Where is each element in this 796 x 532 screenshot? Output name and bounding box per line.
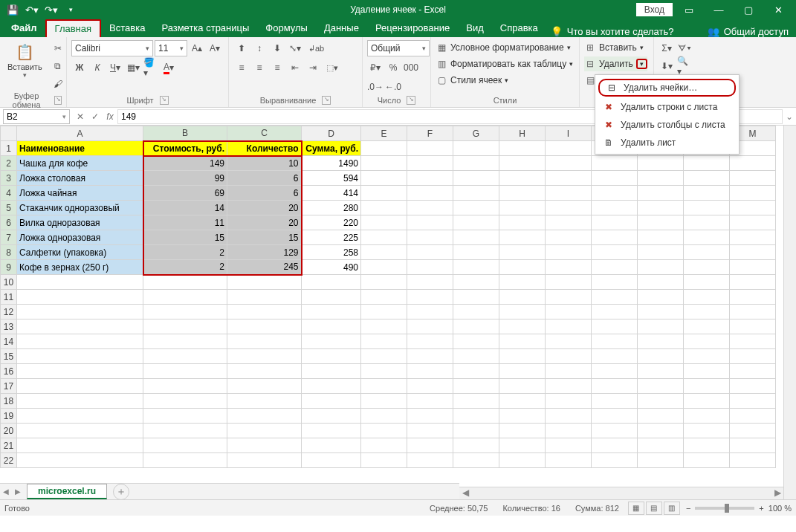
cell-K9[interactable]: [638, 260, 684, 275]
formula-expand-icon[interactable]: ⌄: [783, 111, 796, 122]
autosum-icon[interactable]: Σ▾: [659, 40, 675, 56]
underline-icon[interactable]: Ч▾: [107, 59, 123, 76]
cell-I16[interactable]: [546, 364, 592, 379]
cell-H2[interactable]: [499, 156, 546, 171]
cell-M7[interactable]: [730, 230, 776, 245]
cell-I6[interactable]: [546, 215, 592, 230]
cell-F18[interactable]: [407, 394, 453, 409]
cell-H4[interactable]: [499, 186, 546, 201]
cell-M9[interactable]: [730, 260, 776, 275]
row-header-1[interactable]: 1: [1, 141, 17, 156]
cell-J4[interactable]: [592, 186, 638, 201]
cell-G11[interactable]: [453, 290, 499, 305]
view-page-layout-icon[interactable]: ▤: [646, 502, 662, 515]
cell-B15[interactable]: [143, 349, 227, 364]
cell-L10[interactable]: [684, 275, 730, 290]
cell-I15[interactable]: [546, 349, 592, 364]
col-header-F[interactable]: F: [407, 126, 453, 141]
cell-E13[interactable]: [361, 319, 407, 334]
cell-D13[interactable]: [302, 319, 361, 334]
cell-E8[interactable]: [361, 245, 407, 260]
cell-H13[interactable]: [499, 319, 546, 334]
col-header-A[interactable]: A: [17, 126, 143, 141]
cell-F13[interactable]: [407, 319, 453, 334]
cell-A2[interactable]: Чашка для кофе: [17, 156, 143, 171]
cell-F1[interactable]: [407, 141, 453, 156]
cell-C18[interactable]: [227, 394, 302, 409]
cell-M13[interactable]: [730, 319, 776, 334]
row-header-17[interactable]: 17: [1, 379, 17, 394]
cell-A9[interactable]: Кофе в зернах (250 г): [17, 260, 143, 275]
cell-C2[interactable]: 10: [227, 156, 302, 171]
cell-E19[interactable]: [361, 409, 407, 424]
cell-D3[interactable]: 594: [302, 171, 361, 186]
cell-A4[interactable]: Ложка чайная: [17, 186, 143, 201]
cell-L5[interactable]: [684, 201, 730, 215]
close-icon[interactable]: ✕: [765, 0, 792, 19]
delete-cells-menuitem[interactable]: ⊟Удалить ячейки…: [598, 79, 736, 97]
cell-F11[interactable]: [407, 290, 453, 305]
cell-C8[interactable]: 129: [227, 245, 302, 260]
cell-B7[interactable]: 15: [143, 230, 227, 245]
cell-B18[interactable]: [143, 394, 227, 409]
cell-K20[interactable]: [638, 424, 684, 438]
cell-I14[interactable]: [546, 334, 592, 349]
cell-K19[interactable]: [638, 409, 684, 424]
cell-H19[interactable]: [499, 409, 546, 424]
cell-B11[interactable]: [143, 290, 227, 305]
cell-H14[interactable]: [499, 334, 546, 349]
cell-F21[interactable]: [407, 438, 453, 453]
cell-J6[interactable]: [592, 215, 638, 230]
cell-J12[interactable]: [592, 305, 638, 319]
select-all-corner[interactable]: [1, 126, 17, 141]
cell-H1[interactable]: [499, 141, 546, 156]
cell-J11[interactable]: [592, 290, 638, 305]
cell-E4[interactable]: [361, 186, 407, 201]
align-middle-icon[interactable]: ↕: [251, 40, 268, 56]
cell-D17[interactable]: [302, 379, 361, 394]
cell-D6[interactable]: 220: [302, 215, 361, 230]
cell-C6[interactable]: 20: [227, 215, 302, 230]
cell-E16[interactable]: [361, 364, 407, 379]
cell-D14[interactable]: [302, 334, 361, 349]
cell-I12[interactable]: [546, 305, 592, 319]
cell-M3[interactable]: [730, 171, 776, 186]
cell-H11[interactable]: [499, 290, 546, 305]
cell-H15[interactable]: [499, 349, 546, 364]
cell-L13[interactable]: [684, 319, 730, 334]
cell-D1[interactable]: Сумма, руб.: [302, 141, 361, 156]
cell-K6[interactable]: [638, 215, 684, 230]
cell-A20[interactable]: [17, 424, 143, 438]
cell-A3[interactable]: Ложка столовая: [17, 171, 143, 186]
cell-G5[interactable]: [453, 201, 499, 215]
cell-B13[interactable]: [143, 319, 227, 334]
cell-H18[interactable]: [499, 394, 546, 409]
cell-A16[interactable]: [17, 364, 143, 379]
cell-D8[interactable]: 258: [302, 245, 361, 260]
cell-B10[interactable]: [143, 275, 227, 290]
format-as-table-button[interactable]: ▥Форматировать как таблицу▾: [436, 56, 573, 71]
undo-icon[interactable]: ↶▾: [24, 1, 40, 18]
cell-E5[interactable]: [361, 201, 407, 215]
cell-K2[interactable]: [638, 156, 684, 171]
redo-icon[interactable]: ↷▾: [43, 1, 59, 18]
sort-filter-icon[interactable]: ᗊ▾: [676, 40, 693, 56]
row-header-9[interactable]: 9: [1, 260, 17, 275]
cell-M5[interactable]: [730, 201, 776, 215]
cell-L9[interactable]: [684, 260, 730, 275]
tab-page-layout[interactable]: Разметка страницы: [153, 19, 257, 37]
cell-D18[interactable]: [302, 394, 361, 409]
tab-insert[interactable]: Вставка: [101, 19, 153, 37]
cell-H8[interactable]: [499, 245, 546, 260]
cell-B5[interactable]: 14: [143, 201, 227, 215]
cell-B19[interactable]: [143, 409, 227, 424]
cell-J7[interactable]: [592, 230, 638, 245]
tab-help[interactable]: Справка: [492, 19, 546, 37]
cell-C16[interactable]: [227, 364, 302, 379]
number-format-combo[interactable]: Общий▾: [367, 40, 430, 56]
cell-B6[interactable]: 11: [143, 215, 227, 230]
cell-H22[interactable]: [499, 453, 546, 468]
cell-F20[interactable]: [407, 424, 453, 438]
cell-C21[interactable]: [227, 438, 302, 453]
cell-A22[interactable]: [17, 453, 143, 468]
